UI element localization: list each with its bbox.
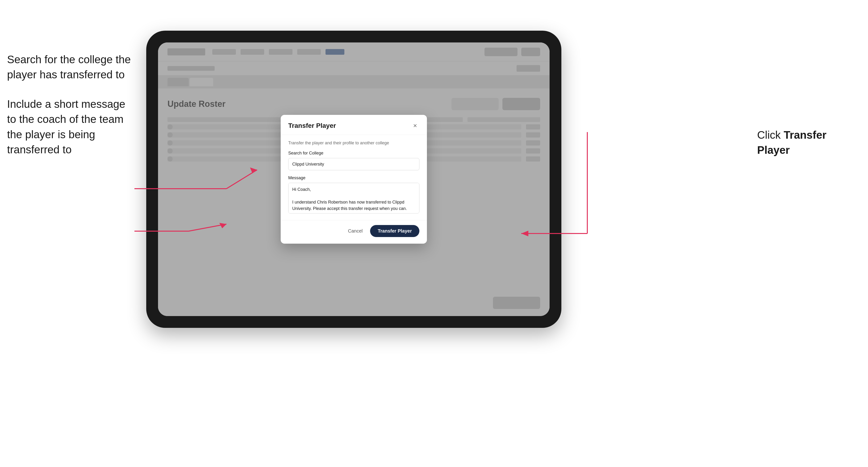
ipad-screen: Update Roster bbox=[158, 42, 550, 316]
search-for-college-label: Search for College bbox=[288, 151, 420, 156]
modal-subtitle: Transfer the player and their profile to… bbox=[288, 141, 420, 146]
college-search-input[interactable] bbox=[288, 158, 420, 170]
modal-close-button[interactable]: × bbox=[411, 121, 420, 130]
modal-header: Transfer Player × bbox=[281, 115, 427, 135]
annotation-text-top: Search for the college the player has tr… bbox=[7, 52, 134, 82]
ipad-frame: Update Roster bbox=[146, 31, 561, 328]
message-label: Message bbox=[288, 176, 420, 181]
annotation-left-top: Search for the college the player has tr… bbox=[7, 52, 134, 171]
modal-body: Transfer the player and their profile to… bbox=[281, 135, 427, 220]
annotation-text-bottom: Include a short message to the coach of … bbox=[7, 96, 134, 157]
annotation-text-right: Click Transfer Player bbox=[757, 127, 861, 158]
annotation-right: Click Transfer Player bbox=[757, 127, 861, 172]
modal-overlay: Transfer Player × Transfer the player an… bbox=[158, 42, 550, 316]
transfer-player-button[interactable]: Transfer Player bbox=[370, 225, 420, 237]
cancel-button[interactable]: Cancel bbox=[344, 226, 366, 236]
modal-footer: Cancel Transfer Player bbox=[281, 220, 427, 244]
modal-title: Transfer Player bbox=[288, 122, 336, 129]
message-textarea[interactable]: Hi Coach, I understand Chris Robertson h… bbox=[288, 183, 420, 214]
transfer-player-modal: Transfer Player × Transfer the player an… bbox=[281, 115, 427, 244]
